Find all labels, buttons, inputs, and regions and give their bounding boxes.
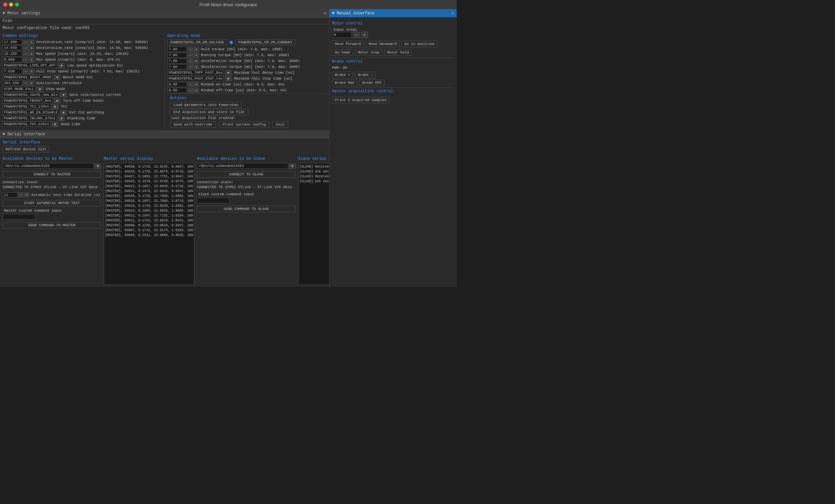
decel-plus-btn[interactable]: + (29, 46, 34, 50)
brake-max-btn[interactable]: Brake MAX (332, 80, 357, 86)
steps-plus-btn[interactable]: + (361, 31, 368, 38)
connect-master-btn[interactable]: CONNECT TO MASTER (3, 171, 101, 178)
fullstep-minus-btn[interactable]: − (23, 69, 28, 74)
lspd-dropdown-btn[interactable]: ▼ (58, 63, 65, 68)
move-forward-btn[interactable]: Move forward (332, 41, 364, 47)
go-to-position-btn[interactable]: Go to position (402, 41, 437, 47)
slave-custom-input[interactable] (197, 197, 230, 204)
exit-btn[interactable]: Exit (273, 121, 288, 128)
maximize-button[interactable] (15, 3, 19, 6)
accel-torque-plus[interactable]: + (194, 59, 199, 64)
fullstep-plus-btn[interactable]: + (29, 69, 34, 74)
accel-torque-input[interactable] (167, 58, 187, 64)
min-offtime-minus[interactable]: − (187, 88, 193, 93)
boost-dropdown-btn[interactable]: ▼ (54, 75, 60, 80)
hold-torque-row: − + Hold torque [mV] (min: 7.8, max: 100… (167, 47, 326, 52)
accel-rate-input[interactable] (3, 39, 22, 45)
igate-dropdown-btn[interactable]: ▼ (60, 92, 67, 98)
auto-test-minus[interactable]: − (18, 192, 23, 197)
decel-torque-plus[interactable]: + (194, 65, 199, 69)
decel-rate-input[interactable] (3, 45, 22, 50)
refresh-device-btn[interactable]: Refresh device list (3, 146, 49, 152)
move-backward-btn[interactable]: Move backward (366, 41, 400, 47)
decel-torque-input[interactable] (167, 64, 187, 69)
stepmode-dropdown-btn[interactable]: ▼ (37, 87, 43, 91)
motor-stop-btn[interactable]: Motor stop (355, 49, 382, 56)
send-slave-btn[interactable]: SEND COMMAND TO SLAVE (197, 206, 296, 212)
tboost-dropdown-btn[interactable]: ▼ (54, 99, 60, 103)
min-offtime-label: Minmum off-time [us] (min: 0.5, max: 64) (201, 88, 287, 92)
manual-interface-close[interactable]: ✕ (451, 10, 454, 16)
fast-step-dropdown-btn[interactable]: ▼ (225, 76, 231, 81)
close-button[interactable] (3, 3, 7, 6)
minspeed-plus-btn[interactable]: + (29, 57, 34, 62)
master-custom-input[interactable] (3, 214, 35, 220)
fast-step-label: Maximum fall step time [us] (234, 77, 292, 81)
minspeed-minus-btn[interactable]: − (23, 57, 28, 62)
min-ontime-plus[interactable]: + (194, 82, 199, 87)
hold-torque-plus[interactable]: + (194, 47, 199, 52)
window-controls[interactable] (3, 3, 19, 6)
start-auto-test-btn[interactable]: START AUTOMATIC MOTOR TEST (3, 200, 101, 206)
overcurrent-plus-btn[interactable]: + (29, 81, 34, 86)
motor-hold-btn[interactable]: Motor hold (384, 49, 412, 56)
tblank-dropdown-btn[interactable]: ▼ (58, 116, 65, 121)
maxspeed-minus-btn[interactable]: − (23, 51, 28, 57)
min-offtime-input[interactable] (167, 88, 187, 93)
connect-slave-btn[interactable]: CONNECT TO SLAVE (197, 171, 296, 178)
load-parameters-btn[interactable]: Load parameters into Powerstep (170, 102, 242, 108)
slave-devices-label: Available devices to be Slave (197, 156, 296, 161)
full-step-input[interactable] (3, 69, 22, 74)
brake-minus-btn[interactable]: Brake − (355, 72, 376, 78)
slave-device-row: ▼ (197, 163, 296, 169)
min-speed-input[interactable] (3, 57, 22, 62)
hold-torque-input[interactable] (167, 47, 187, 52)
auto-test-plus[interactable]: + (24, 192, 29, 197)
mode-current-btn[interactable]: POWERSTEP01_CM_VM_CURRENT (236, 39, 295, 45)
save-btn[interactable]: Save with override (170, 121, 216, 128)
file-menu-item[interactable]: File (3, 19, 12, 23)
param-row-maxspeed: − + Max speed [step/s] (min: 15.25, max:… (3, 51, 162, 57)
min-ontime-input[interactable] (167, 82, 187, 87)
hold-torque-minus[interactable]: − (187, 47, 193, 52)
brake-off-btn[interactable]: Brake OFF (359, 80, 384, 86)
max-speed-input[interactable] (3, 51, 22, 57)
running-torque-minus[interactable]: − (187, 53, 193, 58)
send-master-btn[interactable]: SEND COMMAND TO MASTER (3, 222, 101, 229)
full-step-label: Full step speed [step/s] (min: 7.63, max… (36, 69, 140, 74)
toff-fast-dropdown-btn[interactable]: ▼ (225, 70, 231, 75)
wd-dropdown-btn[interactable]: ▼ (60, 110, 67, 115)
print-config-btn[interactable]: Print current config (219, 121, 269, 128)
slave-device-dropdown-btn[interactable]: ▼ (289, 164, 296, 169)
slave-device-input[interactable] (197, 163, 288, 169)
accel-plus-btn[interactable]: + (29, 40, 34, 45)
running-torque-input[interactable] (167, 52, 187, 58)
accel-minus-btn[interactable]: − (23, 40, 28, 45)
decel-minus-btn[interactable]: − (23, 46, 28, 50)
steps-minus-btn[interactable]: − (353, 31, 360, 38)
auto-test-input[interactable] (3, 192, 17, 197)
overcurrent-input[interactable] (3, 81, 22, 86)
motor-settings-close[interactable]: ✕ (324, 10, 326, 16)
master-device-dropdown-btn[interactable]: ▼ (95, 164, 101, 169)
print-samples-btn[interactable]: Print 3 acquired samples (332, 97, 389, 103)
steps-value-input[interactable] (332, 32, 352, 38)
decel-torque-minus[interactable]: − (187, 65, 193, 69)
master-device-row: ▼ (3, 163, 101, 169)
decel-torque-row: − + Deceleration torque [mV] (min: 7.8, … (167, 64, 326, 69)
maxspeed-plus-btn[interactable]: + (29, 51, 34, 57)
tdt-dropdown-btn[interactable]: ▼ (52, 122, 58, 127)
minimize-button[interactable] (9, 3, 13, 6)
min-offtime-plus[interactable]: + (194, 88, 199, 93)
file-menu[interactable]: File (0, 18, 329, 24)
brake-plus-btn[interactable]: Brake + (332, 72, 353, 78)
go-home-btn[interactable]: Go home (332, 49, 353, 56)
tcc-dropdown-btn[interactable]: ▼ (52, 104, 58, 109)
master-device-input[interactable] (3, 163, 94, 169)
overcurrent-minus-btn[interactable]: − (23, 81, 28, 86)
min-ontime-minus[interactable]: − (187, 82, 193, 87)
mode-voltage-btn[interactable]: POWERSTEP01_CM_VM_VOLTAGE (167, 39, 227, 45)
accel-torque-minus[interactable]: − (187, 59, 193, 64)
end-acquisition-btn[interactable]: End Acquisition and store to file (170, 109, 248, 115)
running-torque-plus[interactable]: + (194, 53, 199, 58)
